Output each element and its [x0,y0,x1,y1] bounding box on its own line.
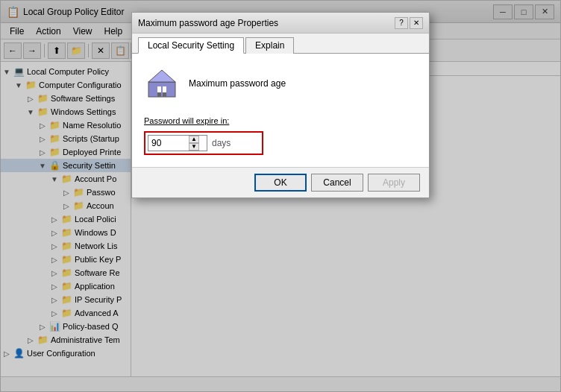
password-number-field: ▲ ▼ [148,135,207,151]
main-window: 📋 Local Group Policy Editor ─ □ ✕ File A… [0,0,561,392]
dialog-section-title: Maximum password age [189,78,286,89]
svg-marker-1 [148,70,175,82]
password-expire-label: Password will expire in: [144,116,417,125]
spinner-down-button[interactable]: ▼ [189,143,199,151]
svg-rect-5 [163,92,166,97]
dialog-footer: OK Cancel Apply [132,167,429,197]
tab-explain[interactable]: Explain [245,37,294,54]
dialog-body: Maximum password age Password will expir… [132,54,429,167]
dialog-overlay: Maximum password age Properties ? ✕ Loca… [1,1,560,391]
dialog: Maximum password age Properties ? ✕ Loca… [131,12,430,198]
spinner-buttons: ▲ ▼ [189,136,201,151]
dialog-section-header: Maximum password age [144,66,417,101]
ok-button[interactable]: OK [254,174,307,192]
dialog-section-icon [144,66,180,101]
dialog-close-button[interactable]: ✕ [410,17,423,29]
policy-icon-svg [147,69,177,98]
password-days-input[interactable] [151,136,189,151]
svg-rect-0 [148,82,175,97]
cancel-button[interactable]: Cancel [311,174,363,192]
dialog-title-buttons: ? ✕ [395,17,423,29]
days-label: days [212,138,231,148]
password-input-row: ▲ ▼ days [144,131,263,155]
apply-button[interactable]: Apply [368,174,420,192]
svg-rect-4 [157,92,161,97]
svg-rect-2 [157,86,161,92]
tab-local-security-setting[interactable]: Local Security Setting [138,37,244,54]
dialog-help-button[interactable]: ? [395,17,408,29]
spinner-up-button[interactable]: ▲ [189,136,199,143]
dialog-title: Maximum password age Properties [138,18,395,28]
dialog-title-bar: Maximum password age Properties ? ✕ [132,13,429,34]
dialog-tabs: Local Security Setting Explain [132,34,429,54]
svg-rect-3 [163,86,166,92]
